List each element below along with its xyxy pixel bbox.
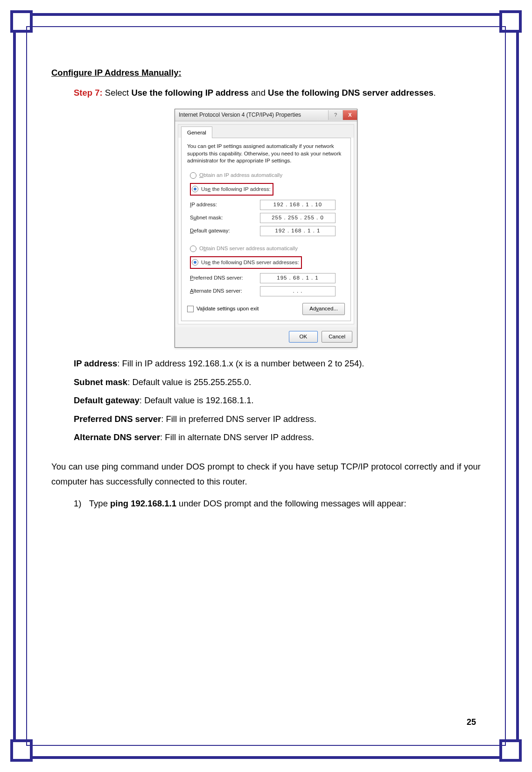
ip-address-input[interactable]: 192 . 168 . 1 . 10 (260, 200, 336, 210)
section-heading: Configure IP Address Manually: (51, 65, 481, 80)
close-button[interactable]: X (343, 110, 357, 120)
note-ip: IP address: Fill in IP address 192.168.1… (74, 356, 481, 371)
radio-icon (190, 246, 196, 252)
subnet-mask-label: Subnet mask: (190, 213, 260, 223)
radio-use-ip[interactable]: Use the following IP address: (187, 182, 345, 197)
ok-button[interactable]: OK (289, 331, 318, 343)
default-gateway-input[interactable]: 192 . 168 . 1 . 1 (260, 226, 336, 236)
step-label: Step 7: (74, 88, 103, 98)
preferred-dns-label: Preferred DNS server: (190, 274, 260, 283)
alternate-dns-label: Alternate DNS server: (190, 287, 260, 296)
advanced-button[interactable]: Advanced... (302, 303, 345, 315)
ip-address-label: IP address: (190, 200, 260, 210)
alternate-dns-input[interactable]: . . . (260, 286, 336, 296)
radio-obtain-dns: Obtain DNS server address automatically (187, 243, 345, 255)
cancel-button[interactable]: Cancel (322, 331, 352, 343)
step-7: Step 7: Select Use the following IP addr… (74, 85, 481, 100)
tab-general[interactable]: General (181, 126, 212, 139)
dialog-description: You can get IP settings assigned automat… (187, 143, 345, 165)
list-item-1: 1) Type ping 192.168.1.1 under DOS promp… (74, 496, 481, 511)
checkbox-icon (187, 306, 194, 312)
radio-use-dns[interactable]: Use the following DNS server addresses: (187, 255, 345, 271)
ipv4-properties-dialog: Internet Protocol Version 4 (TCP/IPv4) P… (175, 109, 357, 348)
note-mask: Subnet mask: Default value is 255.255.25… (74, 375, 481, 389)
radio-icon (192, 259, 198, 266)
dialog-title: Internet Protocol Version 4 (TCP/IPv4) P… (179, 110, 328, 119)
note-gateway: Default gateway: Default value is 192.16… (74, 393, 481, 407)
help-button[interactable]: ? (328, 110, 343, 120)
page-number: 25 (467, 717, 476, 727)
preferred-dns-input[interactable]: 195 . 68 . 1 . 1 (260, 273, 336, 283)
subnet-mask-input[interactable]: 255 . 255 . 255 . 0 (260, 213, 336, 223)
note-pdns: Preferred DNS server: Fill in preferred … (74, 412, 481, 426)
radio-icon (190, 172, 196, 179)
default-gateway-label: Default gateway: (190, 226, 260, 236)
validate-checkbox[interactable]: Validate settings upon exit (187, 304, 259, 314)
ping-paragraph: You can use ping command under DOS promp… (51, 459, 481, 489)
note-adns: Alternate DNS server: Fill in alternate … (74, 430, 481, 444)
radio-icon (192, 186, 198, 192)
radio-obtain-ip[interactable]: Obtain an IP address automatically (187, 169, 345, 182)
